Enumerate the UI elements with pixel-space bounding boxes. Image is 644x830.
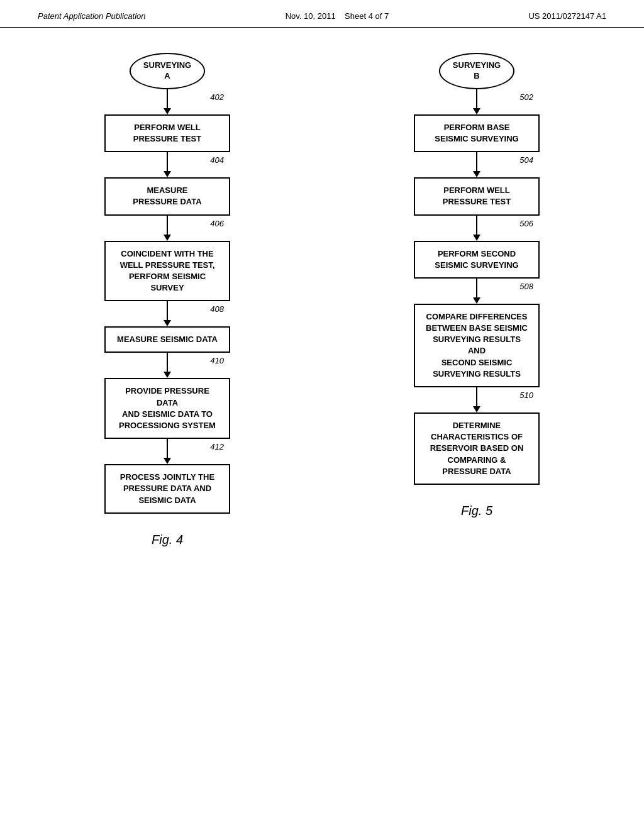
arrowhead xyxy=(473,171,480,177)
label-412: 412 xyxy=(210,442,224,451)
fig5-text-502: PERFORM BASESEISMIC SURVEYING xyxy=(435,123,518,143)
arrow-down-510 xyxy=(473,387,480,412)
arrow-to-406: 406 xyxy=(104,216,230,241)
fig5-label: Fig. 5 xyxy=(461,504,492,518)
shaft xyxy=(167,152,168,171)
fig4-box-402: PERFORM WELLPRESSURE TEST xyxy=(104,114,230,152)
fig5-text-508: COMPARE DIFFERENCESBETWEEN BASE SEISMICS… xyxy=(426,312,528,379)
shaft xyxy=(167,89,168,108)
fig5-text-504: PERFORM WELLPRESSURE TEST xyxy=(443,185,511,206)
fig5-text-510: DETERMINECHARACTERISTICS OFRESERVOIR BAS… xyxy=(430,421,524,476)
page: Patent Application Publication Nov. 10, … xyxy=(0,0,644,830)
fig4-label: Fig. 4 xyxy=(152,533,183,547)
arrow-down-412 xyxy=(164,439,171,464)
arrow-down-508 xyxy=(473,279,480,304)
header-publication-label: Patent Application Publication xyxy=(38,11,146,21)
label-504: 504 xyxy=(519,155,533,165)
fig4-start-line2: A xyxy=(164,71,170,80)
arrow-down-504 xyxy=(473,152,480,177)
shaft xyxy=(476,216,477,235)
header-date-sheet: Nov. 10, 2011 Sheet 4 of 7 xyxy=(286,11,389,21)
shaft xyxy=(476,279,477,297)
arrow-to-510: 510 xyxy=(414,387,540,412)
label-406: 406 xyxy=(210,219,224,228)
arrowhead xyxy=(473,108,480,114)
arrow-to-404: 404 xyxy=(104,152,230,177)
arrowhead xyxy=(473,406,480,412)
arrowhead xyxy=(164,235,171,241)
arrow-to-502: 502 xyxy=(414,89,540,114)
fig4-start-line1: SURVEYING xyxy=(143,60,191,70)
fig4-box-404: MEASUREPRESSURE DATA xyxy=(104,177,230,215)
shaft xyxy=(167,216,168,235)
arrowhead xyxy=(473,235,480,241)
arrow-down-502 xyxy=(473,89,480,114)
fig5-box-504: PERFORM WELLPRESSURE TEST xyxy=(414,177,540,215)
fig4-text-408: MEASURE SEISMIC DATA xyxy=(117,335,218,344)
shaft xyxy=(167,353,168,372)
arrow-down-402 xyxy=(164,89,171,114)
fig4-start-oval: SURVEYING A xyxy=(130,53,205,89)
fig4-text-402: PERFORM WELLPRESSURE TEST xyxy=(133,123,201,143)
arrow-down-506 xyxy=(473,216,480,241)
fig4-container: SURVEYING A 402 PERFORM WELLPRESSURE TES… xyxy=(19,53,322,547)
fig4-text-410: PROVIDE PRESSURE DATAAND SEISMIC DATA TO… xyxy=(119,386,216,430)
label-404: 404 xyxy=(210,155,224,165)
label-508: 508 xyxy=(519,282,533,291)
label-506: 506 xyxy=(519,219,533,228)
label-510: 510 xyxy=(519,390,533,400)
arrow-to-410: 410 xyxy=(104,353,230,378)
arrowhead xyxy=(473,297,480,304)
arrow-down-408 xyxy=(164,301,171,326)
arrow-to-412: 412 xyxy=(104,439,230,464)
main-content: SURVEYING A 402 PERFORM WELLPRESSURE TES… xyxy=(0,28,644,560)
arrow-to-508: 508 xyxy=(414,279,540,304)
arrow-to-402: 402 xyxy=(104,89,230,114)
fig4-text-406: COINCIDENT WITH THEWELL PRESSURE TEST,PE… xyxy=(120,249,215,293)
label-410: 410 xyxy=(210,356,224,365)
fig5-start-oval: SURVEYING B xyxy=(439,53,514,89)
fig5-box-510: DETERMINECHARACTERISTICS OFRESERVOIR BAS… xyxy=(414,412,540,485)
arrowhead xyxy=(164,458,171,464)
shaft xyxy=(476,89,477,108)
fig5-box-508: COMPARE DIFFERENCESBETWEEN BASE SEISMICS… xyxy=(414,304,540,387)
arrow-down-410 xyxy=(164,353,171,378)
fig5-start-line2: B xyxy=(474,71,479,80)
fig5-box-506: PERFORM SECONDSEISMIC SURVEYING xyxy=(414,241,540,279)
arrowhead xyxy=(164,108,171,114)
label-408: 408 xyxy=(210,304,224,314)
arrow-to-506: 506 xyxy=(414,216,540,241)
header-sheet: Sheet 4 of 7 xyxy=(345,11,389,21)
fig4-box-412: PROCESS JOINTLY THEPRESSURE DATA ANDSEIS… xyxy=(104,464,230,514)
fig4-box-406: COINCIDENT WITH THEWELL PRESSURE TEST,PE… xyxy=(104,241,230,302)
shaft xyxy=(476,152,477,171)
header-date: Nov. 10, 2011 xyxy=(286,11,336,21)
label-402: 402 xyxy=(210,92,224,102)
shaft xyxy=(167,439,168,458)
fig5-box-502: PERFORM BASESEISMIC SURVEYING xyxy=(414,114,540,152)
fig4-text-412: PROCESS JOINTLY THEPRESSURE DATA ANDSEIS… xyxy=(120,472,214,504)
label-502: 502 xyxy=(519,92,533,102)
header-patent-number: US 2011/0272147 A1 xyxy=(528,11,606,21)
fig4-box-410: PROVIDE PRESSURE DATAAND SEISMIC DATA TO… xyxy=(104,378,230,439)
shaft xyxy=(167,301,168,320)
arrow-down-404 xyxy=(164,152,171,177)
arrow-to-408: 408 xyxy=(104,301,230,326)
arrow-to-504: 504 xyxy=(414,152,540,177)
fig4-text-404: MEASUREPRESSURE DATA xyxy=(133,185,201,206)
arrowhead xyxy=(164,320,171,326)
shaft xyxy=(476,387,477,406)
arrowhead xyxy=(164,171,171,177)
header: Patent Application Publication Nov. 10, … xyxy=(0,0,644,28)
arrow-down-406 xyxy=(164,216,171,241)
fig5-text-506: PERFORM SECONDSEISMIC SURVEYING xyxy=(435,249,518,270)
fig5-start-line1: SURVEYING xyxy=(453,60,501,70)
fig5-container: SURVEYING B 502 PERFORM BASESEISMIC SURV… xyxy=(322,53,625,547)
fig4-box-408: MEASURE SEISMIC DATA xyxy=(104,326,230,353)
arrowhead xyxy=(164,372,171,378)
